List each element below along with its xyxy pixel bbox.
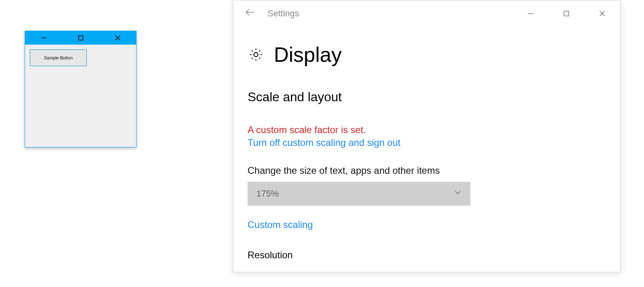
scale-dropdown[interactable]: 175% [248, 182, 470, 206]
maximize-button[interactable] [62, 31, 99, 45]
minimize-button[interactable] [25, 31, 62, 45]
custom-scale-warning: A custom scale factor is set. [248, 124, 606, 136]
minimize-button[interactable] [513, 4, 548, 23]
back-button[interactable] [240, 4, 260, 23]
gear-icon [248, 46, 264, 63]
settings-body: Display Scale and layout A custom scale … [233, 27, 620, 261]
window-caption-buttons [513, 4, 620, 23]
window-title: Settings [267, 8, 299, 19]
chevron-down-icon [454, 189, 462, 199]
settings-window: Settings Display Scale and layout [233, 0, 621, 272]
sample-app-titlebar[interactable] [25, 31, 136, 45]
close-button[interactable] [584, 4, 620, 23]
close-button[interactable] [99, 31, 136, 45]
section-heading-resolution: Resolution [248, 250, 606, 261]
sample-app-client-area: Sample Button [25, 45, 136, 71]
sample-app-window: Sample Button [25, 31, 137, 147]
back-icon [245, 7, 255, 20]
sample-button[interactable]: Sample Button [30, 49, 87, 66]
section-heading-scale-layout: Scale and layout [248, 90, 606, 104]
maximize-button[interactable] [548, 4, 584, 23]
svg-rect-6 [564, 11, 569, 16]
settings-title-left: Settings [240, 4, 299, 23]
display-header: Display [248, 43, 606, 67]
scale-dropdown-value: 175% [256, 189, 279, 199]
page-title: Display [274, 43, 342, 67]
svg-point-9 [254, 53, 258, 57]
sample-button-label: Sample Button [44, 55, 72, 60]
settings-titlebar[interactable]: Settings [233, 0, 620, 27]
turn-off-scaling-link[interactable]: Turn off custom scaling and sign out [248, 137, 606, 148]
svg-rect-1 [78, 36, 83, 40]
custom-scaling-link[interactable]: Custom scaling [248, 219, 606, 230]
scale-size-label: Change the size of text, apps and other … [248, 165, 606, 176]
